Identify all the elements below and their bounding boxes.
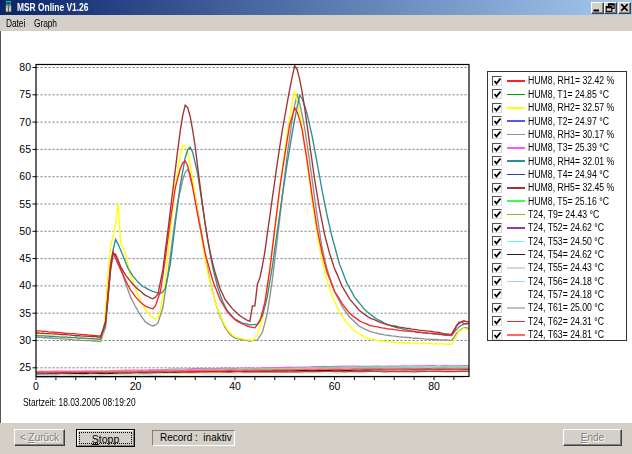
- svg-text:70: 70: [19, 116, 31, 128]
- svg-text:65: 65: [19, 143, 31, 155]
- svg-text:40: 40: [19, 279, 31, 291]
- svg-text:55: 55: [19, 198, 31, 210]
- svg-text:40: 40: [229, 380, 241, 392]
- svg-text:30: 30: [19, 334, 31, 346]
- svg-text:75: 75: [19, 88, 31, 100]
- svg-text:20: 20: [130, 380, 142, 392]
- svg-text:45: 45: [19, 252, 31, 264]
- svg-text:60: 60: [329, 380, 341, 392]
- svg-text:25: 25: [19, 361, 31, 373]
- svg-text:80: 80: [19, 61, 31, 73]
- svg-text:60: 60: [19, 170, 31, 182]
- svg-text:80: 80: [428, 380, 440, 392]
- svg-text:35: 35: [19, 307, 31, 319]
- svg-text:50: 50: [19, 225, 31, 237]
- svg-text:0: 0: [33, 380, 39, 392]
